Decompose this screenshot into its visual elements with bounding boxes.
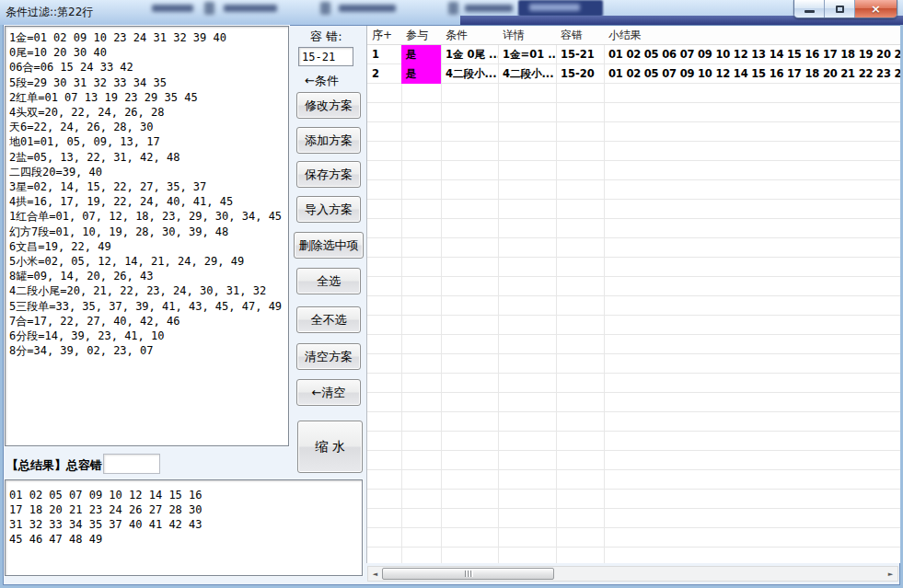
select-none-button[interactable]: 全不选 xyxy=(296,306,361,333)
column-divider xyxy=(556,26,557,563)
table-grid xyxy=(367,45,900,563)
titlebar-glass-decoration xyxy=(465,5,513,12)
minimize-icon xyxy=(805,10,815,13)
minimize-button[interactable] xyxy=(794,0,825,17)
add-plan-button[interactable]: 添加方案 xyxy=(296,127,361,154)
cell-condition: 1金 0尾 ... xyxy=(441,45,498,64)
close-button[interactable]: × xyxy=(855,0,897,17)
tolerance-label: 容 错: xyxy=(310,29,342,45)
window-title: 条件过滤::第22行 xyxy=(6,5,93,20)
cell-tolerance: 15-20 xyxy=(556,64,604,84)
window-controls: × xyxy=(793,0,897,18)
column-divider xyxy=(498,26,499,563)
table-header-row: 序+ 参与 条件 详情 容错 小结果 xyxy=(367,26,900,45)
scrollbar-thumb[interactable] xyxy=(382,568,554,580)
column-divider xyxy=(401,26,402,563)
scroll-right-button[interactable]: ► xyxy=(884,567,897,581)
cell-result: 01 02 05 06 07 09 10 12 13 14 15 16 17 1… xyxy=(604,45,900,64)
cell-detail: 1金=01 ... xyxy=(498,45,556,64)
total-tolerance-input[interactable] xyxy=(103,454,160,474)
table-row[interactable]: 2 是 4二段小... 4二段小... 15-20 01 02 05 07 09… xyxy=(367,64,900,84)
shrink-button[interactable]: 缩 水 xyxy=(297,421,363,473)
clear-plan-button[interactable]: 清空方案 xyxy=(296,343,361,370)
select-all-button[interactable]: 全选 xyxy=(296,268,361,294)
column-header-result[interactable]: 小结果 xyxy=(604,26,900,44)
document-icon xyxy=(448,2,458,15)
column-header-detail[interactable]: 详情 xyxy=(498,26,556,44)
titlebar: 条件过滤::第22行 × xyxy=(0,0,903,25)
cell-result: 01 02 05 07 09 10 12 14 15 16 17 18 20 2… xyxy=(604,64,900,84)
scroll-left-button[interactable]: ◄ xyxy=(368,567,382,581)
maximize-button[interactable] xyxy=(825,0,855,17)
column-divider xyxy=(441,26,442,563)
cell-tolerance: 15-21 xyxy=(556,45,604,64)
cell-seq: 1 xyxy=(367,45,401,64)
scrollbar-grip-icon xyxy=(468,571,469,577)
tolerance-input[interactable] xyxy=(298,47,353,66)
horizontal-scrollbar[interactable]: ◄ ► xyxy=(367,566,898,582)
column-divider xyxy=(604,26,605,563)
cell-detail: 4二段小... xyxy=(498,64,556,84)
titlebar-glass-decoration xyxy=(339,5,396,12)
import-plan-button[interactable]: 导入方案 xyxy=(296,196,361,223)
cell-participate[interactable]: 是 xyxy=(401,45,441,64)
results-table: 序+ 参与 条件 详情 容错 小结果 1 是 1金 0尾 ... 1金=01 .… xyxy=(366,26,900,563)
column-header-tolerance[interactable]: 容错 xyxy=(556,26,604,44)
document-icon xyxy=(320,2,330,15)
scrollbar-track[interactable] xyxy=(382,567,884,581)
total-result-textarea[interactable]: 01 02 05 07 09 10 12 14 15 16 17 18 20 2… xyxy=(5,479,363,576)
table-row[interactable]: 1 是 1金 0尾 ... 1金=01 ... 15-21 01 02 05 0… xyxy=(367,45,900,64)
scrollbar-grip-icon xyxy=(465,571,466,577)
close-icon: × xyxy=(871,3,881,15)
clear-button[interactable]: ←清空 xyxy=(296,379,361,406)
save-plan-button[interactable]: 保存方案 xyxy=(296,161,361,188)
conditions-textarea[interactable]: 1金=01 02 09 10 23 24 31 32 39 40 0尾=10 2… xyxy=(5,26,289,446)
column-header-participate[interactable]: 参与 xyxy=(401,26,441,44)
modify-plan-button[interactable]: 修改方案 xyxy=(296,92,361,119)
cell-condition: 4二段小... xyxy=(441,64,498,84)
cell-participate[interactable]: 是 xyxy=(401,64,441,84)
maximize-icon xyxy=(836,6,844,13)
cell-seq: 2 xyxy=(367,64,401,84)
total-result-label: 【总结果】总容错: xyxy=(6,457,107,474)
condition-filter-window: 条件过滤::第22行 × 1金=01 02 09 10 23 24 31 32 … xyxy=(0,0,903,588)
titlebar-glass-decoration xyxy=(224,5,277,12)
delete-selected-button[interactable]: 删除选中项 xyxy=(294,232,364,259)
document-icon xyxy=(204,2,214,15)
condition-arrow-label: ←条件 xyxy=(305,73,339,89)
titlebar-glass-decoration xyxy=(152,5,193,12)
scrollbar-grip-icon xyxy=(470,571,471,577)
titlebar-glass-decoration xyxy=(529,4,580,11)
column-header-seq[interactable]: 序+ xyxy=(367,26,401,44)
column-header-condition[interactable]: 条件 xyxy=(441,26,498,44)
